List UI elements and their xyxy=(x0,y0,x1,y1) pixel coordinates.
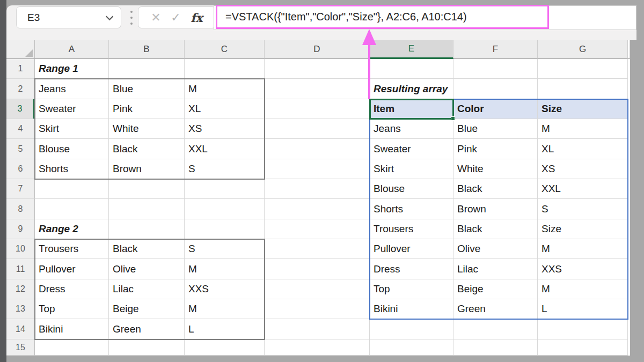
cell-C3[interactable]: XL xyxy=(185,99,265,119)
cell-G1[interactable] xyxy=(538,59,628,79)
cell-E15[interactable] xyxy=(370,339,453,356)
cell-G15[interactable] xyxy=(538,339,628,356)
cell-G5[interactable]: XL xyxy=(538,139,628,159)
cell-E2[interactable]: Resulting array xyxy=(370,79,453,99)
cell-A1[interactable]: Range 1 xyxy=(35,59,109,79)
cell-A3[interactable]: Sweater xyxy=(35,99,109,119)
cell-A14[interactable]: Bikini xyxy=(35,319,109,339)
cell-D14[interactable] xyxy=(265,319,370,339)
cell-C14[interactable]: L xyxy=(185,319,265,339)
row-header-7[interactable]: 7 xyxy=(6,179,35,199)
cell-E13[interactable]: Bikini xyxy=(370,299,453,319)
cell-G8[interactable]: S xyxy=(538,199,628,219)
cell-D7[interactable] xyxy=(265,179,370,199)
cell-D8[interactable] xyxy=(265,199,370,219)
cell-E8[interactable]: Shorts xyxy=(370,199,453,219)
cell-E12[interactable]: Top xyxy=(370,279,453,299)
cell-D9[interactable] xyxy=(265,219,370,239)
cell-B3[interactable]: Pink xyxy=(109,99,185,119)
cell-C9[interactable] xyxy=(185,219,265,239)
cell-F5[interactable]: Pink xyxy=(453,139,538,159)
cell-C15[interactable] xyxy=(185,339,265,356)
cell-F15[interactable] xyxy=(453,339,538,356)
cell-B2[interactable]: Blue xyxy=(109,79,185,99)
cell-G6[interactable]: XS xyxy=(538,159,628,179)
cell-F14[interactable] xyxy=(453,319,538,339)
cell-B11[interactable]: Olive xyxy=(109,259,185,279)
row-header-13[interactable]: 13 xyxy=(6,299,35,319)
cell-B4[interactable]: White xyxy=(109,119,185,139)
cell-G7[interactable]: XXL xyxy=(538,179,628,199)
cancel-icon[interactable]: ✕ xyxy=(151,11,160,25)
cell-E6[interactable]: Skirt xyxy=(370,159,453,179)
cell-C10[interactable]: S xyxy=(185,239,265,259)
cell-C6[interactable]: S xyxy=(185,159,265,179)
cell-C13[interactable]: M xyxy=(185,299,265,319)
cell-G3[interactable]: Size xyxy=(538,99,628,119)
cell-C4[interactable]: XS xyxy=(185,119,265,139)
cell-F13[interactable]: Green xyxy=(453,299,538,319)
row-header-3[interactable]: 3 xyxy=(6,99,35,119)
cell-C7[interactable] xyxy=(185,179,265,199)
row-header-2[interactable]: 2 xyxy=(6,79,35,99)
cell-A9[interactable]: Range 2 xyxy=(35,219,109,239)
cell-C5[interactable]: XXL xyxy=(185,139,265,159)
cell-F1[interactable] xyxy=(453,59,538,79)
row-header-4[interactable]: 4 xyxy=(6,119,35,139)
cell-A6[interactable]: Shorts xyxy=(35,159,109,179)
cell-G13[interactable]: L xyxy=(538,299,628,319)
insert-function-fx-icon[interactable]: fx xyxy=(191,11,203,25)
row-header-5[interactable]: 5 xyxy=(6,139,35,159)
cell-D6[interactable] xyxy=(265,159,370,179)
cell-E14[interactable] xyxy=(370,319,453,339)
cell-D13[interactable] xyxy=(265,299,370,319)
cell-E7[interactable]: Blouse xyxy=(370,179,453,199)
cell-F10[interactable]: Olive xyxy=(453,239,538,259)
cell-A11[interactable]: Pullover xyxy=(35,259,109,279)
cell-E3[interactable]: Item xyxy=(370,99,453,119)
row-header-1[interactable]: 1 xyxy=(6,59,35,79)
cell-D5[interactable] xyxy=(265,139,370,159)
column-header-B[interactable]: B xyxy=(109,40,185,59)
cell-B10[interactable]: Black xyxy=(109,239,185,259)
cell-D2[interactable] xyxy=(265,79,370,99)
row-header-11[interactable]: 11 xyxy=(6,259,35,279)
cell-C1[interactable] xyxy=(185,59,265,79)
cell-B6[interactable]: Brown xyxy=(109,159,185,179)
cell-A10[interactable]: Trousers xyxy=(35,239,109,259)
column-header-E[interactable]: E xyxy=(370,40,453,59)
cell-F8[interactable]: Brown xyxy=(453,199,538,219)
cell-G10[interactable]: M xyxy=(538,239,628,259)
cell-B12[interactable]: Lilac xyxy=(109,279,185,299)
column-header-G[interactable]: G xyxy=(538,40,628,59)
cell-D10[interactable] xyxy=(265,239,370,259)
cell-A5[interactable]: Blouse xyxy=(35,139,109,159)
cell-C12[interactable]: XXS xyxy=(185,279,265,299)
cell-G4[interactable]: M xyxy=(538,119,628,139)
cell-E1[interactable] xyxy=(370,59,453,79)
cell-D11[interactable] xyxy=(265,259,370,279)
cell-F2[interactable] xyxy=(453,79,538,99)
column-header-F[interactable]: F xyxy=(453,40,538,59)
cell-D12[interactable] xyxy=(265,279,370,299)
cell-C8[interactable] xyxy=(185,199,265,219)
cell-A15[interactable] xyxy=(35,339,109,356)
column-header-C[interactable]: C xyxy=(185,40,265,59)
cell-G14[interactable] xyxy=(538,319,628,339)
column-header-A[interactable]: A xyxy=(35,40,109,59)
cell-A4[interactable]: Skirt xyxy=(35,119,109,139)
chevron-down-icon[interactable] xyxy=(106,12,113,20)
cell-A13[interactable]: Top xyxy=(35,299,109,319)
column-header-D[interactable]: D xyxy=(265,40,370,59)
cell-F3[interactable]: Color xyxy=(453,99,538,119)
cell-G12[interactable]: M xyxy=(538,279,628,299)
row-header-8[interactable]: 8 xyxy=(6,199,35,219)
cell-A8[interactable] xyxy=(35,199,109,219)
cell-E4[interactable]: Jeans xyxy=(370,119,453,139)
cell-B1[interactable] xyxy=(109,59,185,79)
cell-B9[interactable] xyxy=(109,219,185,239)
cell-E5[interactable]: Sweater xyxy=(370,139,453,159)
formula-text[interactable]: =VSTACK({"Item","Color","Size"}, A2:C6, … xyxy=(225,11,467,23)
cell-D3[interactable] xyxy=(265,99,370,119)
cell-F12[interactable]: Beige xyxy=(453,279,538,299)
